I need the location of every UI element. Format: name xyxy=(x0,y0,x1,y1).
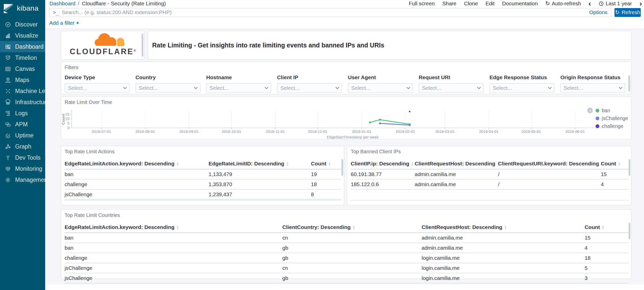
column-header-count[interactable]: Count▲▼ xyxy=(585,223,629,233)
dashboard-grid-icon xyxy=(5,43,11,50)
data-point-jschallenge xyxy=(379,122,381,124)
sidebar-item-dev-tools[interactable]: Dev Tools xyxy=(0,152,45,163)
chart-legend: ›banjsChallengechallenge xyxy=(587,107,628,129)
scrollbar-thumb[interactable] xyxy=(341,159,343,176)
filter-bar: Add a filter + xyxy=(45,17,644,29)
scrollbar-thumb[interactable] xyxy=(629,159,630,176)
table-cell: ban xyxy=(65,243,282,253)
rate-limit-chart-panel: Rate Limit Over Time 2018-07-012018-08-0… xyxy=(61,96,631,139)
chevron-down-icon xyxy=(336,85,339,89)
filter-select-country[interactable]: Select... xyxy=(136,83,200,93)
filter-select-hostname[interactable]: Select... xyxy=(206,83,271,93)
table-row: bancnadmin.camilia.me15 xyxy=(65,233,629,243)
column-header-edgeratelimitid-descending[interactable]: EdgeRateLimitID: Descending▲▼ xyxy=(208,159,311,169)
breadcrumb-dashboard-link[interactable]: Dashboard xyxy=(49,1,75,7)
sidebar-item-management[interactable]: Management xyxy=(0,174,45,185)
query-options-link[interactable]: Options xyxy=(589,9,608,15)
x-tick-label: 2018-07-01 xyxy=(92,129,111,134)
top-actions: Full screenShareCloneEditDocumentation↻A… xyxy=(409,0,642,7)
column-header-label: ClientRequestURI.keyword: Descending xyxy=(498,161,599,166)
data-point-ban xyxy=(369,121,371,123)
y-tick-label: 0 xyxy=(67,126,69,130)
table-cell: ban xyxy=(65,169,208,179)
column-header-clientrequesthost-descending[interactable]: ClientRequestHost: Descending▲▼ xyxy=(422,223,585,233)
top-navigation-bar: Dashboard / Cloudflare - Security (Rate … xyxy=(45,0,644,7)
sidebar-item-monitoring[interactable]: Monitoring xyxy=(0,163,45,174)
filter-label: Request URI xyxy=(419,74,490,80)
column-header-clientrequesturi-keyword-descending[interactable]: ClientRequestURI.keyword: Descending▲▼ xyxy=(498,159,601,169)
kibana-logo[interactable]: kibana xyxy=(0,0,45,17)
table-cell: 4 xyxy=(585,243,629,253)
sidebar-item-logs[interactable]: Logs xyxy=(0,108,45,119)
filter-field-country: CountrySelect... xyxy=(136,74,206,93)
map-pin-icon xyxy=(5,77,11,83)
table-footer-rule xyxy=(351,200,629,200)
column-header-label: ClientRequestHost: Descending xyxy=(422,224,502,230)
filter-select-device-type[interactable]: Select... xyxy=(65,83,129,93)
chevron-down-icon xyxy=(548,85,552,89)
sidebar-item-label: Uptime xyxy=(15,132,34,139)
column-header-count[interactable]: Count▲▼ xyxy=(601,159,629,169)
full-screen-button[interactable]: Full screen xyxy=(409,1,435,7)
column-header-count[interactable]: Count▲▼ xyxy=(311,159,341,169)
x-tick-label: 2018-08-01 xyxy=(136,129,155,134)
legend-item-ban[interactable]: ›ban xyxy=(587,107,628,114)
table-cell: / xyxy=(498,169,601,179)
auto-refresh-button[interactable]: ↻Auto-refresh xyxy=(545,1,581,7)
sort-icon: ▲▼ xyxy=(176,225,179,230)
time-range-picker[interactable]: Last 1 year xyxy=(599,1,632,7)
sidebar-item-canvas[interactable]: Canvas xyxy=(0,63,45,74)
column-header-edgeratelimitaction-keyword-descending[interactable]: EdgeRateLimitAction.keyword: Descending▲… xyxy=(65,223,282,233)
sidebar-item-infrastructure[interactable]: Infrastructure xyxy=(0,97,45,108)
sidebar-item-uptime[interactable]: Uptime xyxy=(0,130,45,141)
sidebar-item-discover[interactable]: Discover xyxy=(0,19,45,30)
sidebar-item-visualize[interactable]: Visualize xyxy=(0,30,45,41)
column-header-label: ClientCountry: Descending xyxy=(282,224,351,230)
legend-item-challenge[interactable]: challenge xyxy=(587,123,628,129)
query-bar: >_ Options ↻ Refresh xyxy=(45,7,644,17)
time-forward-arrow[interactable]: › xyxy=(639,0,642,7)
filter-select-request-uri[interactable]: Select... xyxy=(419,83,484,93)
column-header-clientcountry-descending[interactable]: ClientCountry: Descending▲▼ xyxy=(282,223,422,233)
breadcrumb-separator: / xyxy=(78,1,79,7)
filter-select-origin-response-status[interactable]: Select... xyxy=(560,83,625,93)
scrollbar-thumb[interactable] xyxy=(629,223,630,239)
filter-select-client-ip[interactable]: Select... xyxy=(277,83,342,93)
sidebar-item-label: APM xyxy=(15,121,28,128)
filter-select-user-agent[interactable]: Select... xyxy=(348,83,413,93)
table-cell: 18 xyxy=(585,253,629,263)
documentation-button[interactable]: Documentation xyxy=(502,1,538,7)
add-filter-link[interactable]: Add a filter + xyxy=(49,20,79,26)
column-header-edgeratelimitaction-keyword-descending[interactable]: EdgeRateLimitAction.keyword: Descending▲… xyxy=(65,159,208,169)
column-header-clientrequesthost-descending[interactable]: ClientRequestHost: Descending▲▼ xyxy=(415,159,498,169)
column-header-clientip-ip-descending[interactable]: ClientIP.ip: Descending▲▼ xyxy=(351,159,415,169)
sidebar-item-machine-le[interactable]: Machine Le... xyxy=(0,85,45,97)
refresh-button[interactable]: ↻ Refresh xyxy=(614,8,641,17)
scrollbar-thumb[interactable] xyxy=(142,34,143,57)
table-cell: challenge xyxy=(65,253,282,263)
data-table: EdgeRateLimitAction.keyword: Descending▲… xyxy=(65,223,629,283)
table-cell: 8 xyxy=(311,189,341,199)
data-table: EdgeRateLimitAction.keyword: Descending▲… xyxy=(65,159,341,200)
sidebar-item-apm[interactable]: APM xyxy=(0,119,45,130)
chevron-down-icon xyxy=(123,85,127,89)
sidebar-item-maps[interactable]: Maps xyxy=(0,74,45,85)
top-rate-limit-countries-table: EdgeRateLimitAction.keyword: Descending▲… xyxy=(61,218,631,283)
legend-toggle-button[interactable]: › xyxy=(587,108,593,113)
clone-button[interactable]: Clone xyxy=(464,1,478,7)
sidebar-item-graph[interactable]: Graph xyxy=(0,141,45,152)
sidebar-item-label: Dev Tools xyxy=(15,154,41,161)
filter-select-edge-response-status[interactable]: Select... xyxy=(490,83,554,93)
table-row: challengegblogin.camilia.me18 xyxy=(65,253,629,263)
select-placeholder: Select... xyxy=(493,85,512,91)
search-input[interactable] xyxy=(62,9,586,15)
edit-button[interactable]: Edit xyxy=(486,1,495,7)
sidebar-item-timelion[interactable]: Timelion xyxy=(0,52,45,63)
y-tick-label: 5 xyxy=(67,121,69,125)
share-button[interactable]: Share xyxy=(442,1,457,7)
time-back-arrow[interactable]: ‹ xyxy=(588,0,591,7)
sidebar-item-dashboard[interactable]: Dashboard xyxy=(0,41,45,52)
legend-item-jschallenge[interactable]: jsChallenge xyxy=(587,115,628,122)
scrollbar-thumb[interactable] xyxy=(628,75,630,92)
column-header-label: EdgeRateLimitAction.keyword: Descending xyxy=(65,161,174,166)
